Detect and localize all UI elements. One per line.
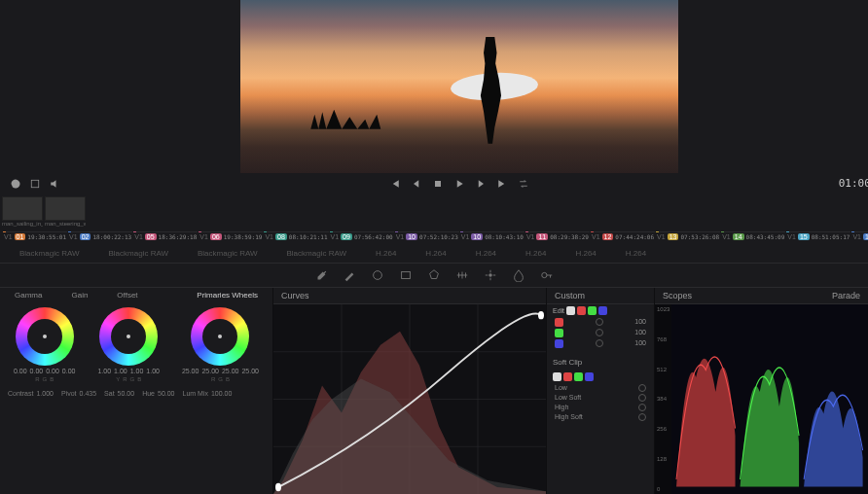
timeline-clip[interactable]: V10218:00:22:13 <box>68 231 132 241</box>
tab-gamma[interactable]: Gamma <box>15 291 42 300</box>
tracker-icon[interactable] <box>484 268 497 282</box>
highsoft-slider[interactable] <box>638 413 646 421</box>
loop-icon[interactable] <box>10 178 21 190</box>
timeline-clip[interactable]: V11408:43:45:09 <box>721 231 785 241</box>
timeline-clip[interactable]: V10907:56:42:00 <box>330 231 394 241</box>
curves-graph[interactable] <box>273 304 546 494</box>
param-label: Pivot <box>61 390 77 397</box>
lowsoft-slider[interactable] <box>638 394 646 402</box>
scopes-mode[interactable]: Parade <box>832 291 860 300</box>
eyedropper-icon[interactable] <box>314 268 328 282</box>
soft-red-chip[interactable] <box>563 372 572 381</box>
tab-gain[interactable]: Gain <box>71 291 88 300</box>
viewer[interactable] <box>240 0 678 173</box>
track-label: V1 <box>852 233 861 240</box>
param-value[interactable]: 100.00 <box>211 390 232 397</box>
timeline-clip[interactable]: V10619:38:59:19 <box>199 231 263 241</box>
format-label: H.264 <box>425 249 446 258</box>
soft-blue-chip[interactable] <box>585 372 594 381</box>
low-slider[interactable] <box>638 384 646 392</box>
primaries-wheels-label[interactable]: Primaries Wheels <box>197 291 258 300</box>
timeline-clip[interactable]: V11508:51:05:17 <box>786 231 850 241</box>
channel-green-chip[interactable] <box>588 306 597 315</box>
track-label: V1 <box>722 233 731 240</box>
timeline-clip[interactable]: V11608:23:59:17 <box>851 231 868 241</box>
blur-icon[interactable] <box>512 268 525 282</box>
scope-scale-value: 1023 <box>657 306 669 312</box>
channel-luma-chip[interactable] <box>566 306 575 315</box>
format-label: Blackmagic RAW <box>287 249 347 258</box>
timeline-clip[interactable]: V11108:29:38:29 <box>525 231 590 241</box>
scope-scale-value: 128 <box>657 456 669 462</box>
channel-blue-chip[interactable] <box>598 306 607 315</box>
high-slider[interactable] <box>638 404 646 411</box>
clip-timecode: 08:51:05:17 <box>812 233 850 240</box>
channel-value[interactable]: 100 <box>634 339 646 348</box>
rect-mask-icon[interactable] <box>399 268 413 282</box>
color-wheel[interactable] <box>16 307 74 366</box>
timeline-clip[interactable]: V10808:10:21:11 <box>264 231 328 241</box>
param-value[interactable]: 0.435 <box>80 390 97 397</box>
audio-icon[interactable] <box>49 178 60 190</box>
stop-icon[interactable] <box>432 178 444 190</box>
scopes-label: Scopes <box>663 291 692 300</box>
soft-luma-chip[interactable] <box>553 372 561 381</box>
param-label: Contrast <box>8 390 33 397</box>
next-icon[interactable] <box>475 178 487 190</box>
channel-toggle[interactable] <box>596 318 603 326</box>
track-label: V1 <box>526 233 535 240</box>
clip-timecode: 08:10:21:11 <box>289 233 328 240</box>
channel-value[interactable]: 100 <box>634 329 646 337</box>
circle-mask-icon[interactable] <box>371 268 384 282</box>
clip-thumbnail[interactable] <box>45 196 86 221</box>
timeline-clip[interactable]: V11007:52:10:23 <box>395 231 459 241</box>
param-value[interactable]: 50.00 <box>118 390 135 397</box>
svg-point-14 <box>538 311 544 319</box>
channel-toggle[interactable] <box>596 329 603 336</box>
clip-number: 10 <box>406 233 417 240</box>
key-icon[interactable] <box>540 268 554 282</box>
color-wheel[interactable] <box>191 307 249 366</box>
param-value[interactable]: 1.000 <box>36 390 54 397</box>
timeline-clip[interactable]: V11008:10:43:10 <box>460 231 524 241</box>
polygon-mask-icon[interactable] <box>427 268 441 282</box>
clip-name: man_sailing_in_th… <box>2 221 43 227</box>
first-frame-icon[interactable] <box>389 178 401 190</box>
channel-indicator <box>555 318 563 327</box>
track-label: V1 <box>657 233 666 240</box>
timeline-clip[interactable]: V10518:36:29:18 <box>133 231 198 241</box>
clip-timecode: 19:30:55:01 <box>27 233 66 240</box>
wheel-channels: YRGB <box>116 376 141 382</box>
play-icon[interactable] <box>453 178 465 190</box>
gradient-icon[interactable] <box>455 268 469 282</box>
channel-red-chip[interactable] <box>577 306 586 315</box>
highsoft-label: High Soft <box>555 413 583 421</box>
track-label: V1 <box>134 233 143 240</box>
last-frame-icon[interactable] <box>496 178 508 190</box>
param-value[interactable]: 50.00 <box>158 390 175 397</box>
tab-offset[interactable]: Offset <box>117 291 137 300</box>
color-wheel[interactable] <box>99 307 158 366</box>
clip-thumbnail[interactable] <box>2 196 43 221</box>
clip-thumbnails: man_sailing_in_th…man_steering_wh… <box>0 194 868 229</box>
edit-label: Edit <box>553 307 564 314</box>
match-icon[interactable] <box>29 178 41 190</box>
clip-number: 08 <box>275 233 287 240</box>
prev-icon[interactable] <box>411 178 422 190</box>
channel-toggle[interactable] <box>596 339 603 347</box>
svg-point-4 <box>488 273 492 277</box>
loop-toggle-icon[interactable] <box>518 178 529 190</box>
timeline-clip[interactable]: V11307:53:26:08 <box>656 231 720 241</box>
clip-number: 01 <box>15 233 26 240</box>
wand-icon[interactable] <box>343 268 356 282</box>
custom-label[interactable]: Custom <box>555 291 585 300</box>
timeline-clip[interactable]: V10119:30:55:01 <box>3 231 67 241</box>
channel-indicator <box>555 329 563 337</box>
clip-timecode: 07:44:24:06 <box>615 233 654 240</box>
scope-scale-value: 384 <box>657 396 669 402</box>
svg-point-13 <box>275 483 281 491</box>
timeline-clip[interactable]: V11207:44:24:06 <box>591 231 655 241</box>
timecode-display: 01:00:04:18 <box>839 177 868 190</box>
channel-value[interactable]: 100 <box>634 318 646 327</box>
soft-green-chip[interactable] <box>574 372 583 381</box>
